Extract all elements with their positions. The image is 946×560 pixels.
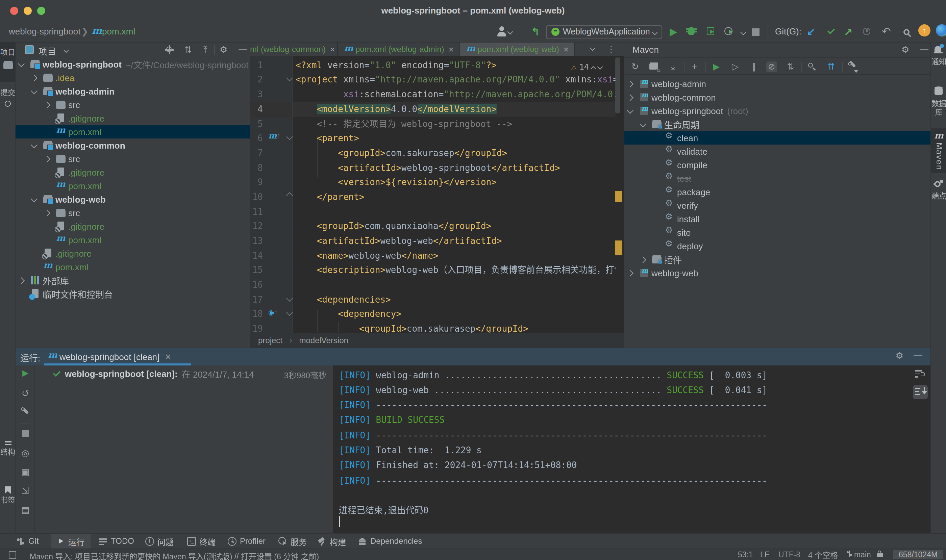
tool-tab-profiler[interactable]: Profiler bbox=[228, 534, 265, 549]
line-ending[interactable]: LF bbox=[760, 550, 769, 558]
project-tree-row[interactable]: .gitignore bbox=[15, 111, 250, 125]
project-tree-row[interactable]: src bbox=[15, 206, 250, 220]
project-tree-row[interactable]: 外部库 bbox=[15, 274, 250, 287]
stop-process-icon[interactable]: ↺ bbox=[20, 388, 31, 398]
camera-icon[interactable]: ▣ bbox=[20, 467, 31, 477]
maven-hide-panel-icon[interactable]: — bbox=[920, 44, 928, 54]
tree-chevron-icon[interactable] bbox=[15, 59, 26, 69]
tree-chevron-icon[interactable] bbox=[41, 180, 52, 191]
tab-pom-weblog-web[interactable]: pom.xml (weblog-web)✕ bbox=[460, 43, 575, 56]
tool-tab-services[interactable]: 服务 bbox=[278, 534, 307, 549]
editor-code[interactable]: 12345678910111213141516171819 m↑ ◉↑ <?xm… bbox=[250, 56, 624, 333]
locate-file-icon[interactable] bbox=[166, 46, 174, 54]
run-wrench-icon[interactable] bbox=[20, 406, 31, 416]
breadcrumb-project-tag[interactable]: project bbox=[258, 335, 282, 345]
caret-position[interactable]: 53:1 bbox=[738, 550, 753, 558]
inspection-widget[interactable]: ⚠14 bbox=[571, 62, 602, 73]
project-tree-row[interactable]: 临时文件和控制台 bbox=[15, 287, 250, 301]
maven-tree-row[interactable]: compile bbox=[624, 158, 931, 172]
tree-chevron-icon[interactable] bbox=[41, 113, 52, 124]
maven-tree-row[interactable]: 插件 bbox=[624, 253, 931, 266]
ide-sphere-icon[interactable] bbox=[936, 24, 946, 37]
tree-chevron-icon[interactable] bbox=[41, 234, 52, 245]
maven-tree-row[interactable]: package bbox=[624, 185, 931, 198]
tree-chevron-icon[interactable] bbox=[28, 262, 39, 272]
tool-tab-structure[interactable]: 结构 bbox=[0, 440, 15, 478]
scroll-to-end-icon[interactable] bbox=[913, 385, 928, 399]
prev-warning-icon[interactable] bbox=[590, 66, 596, 72]
run-settings-gear-icon[interactable]: ⚙ bbox=[896, 351, 903, 361]
project-tree-row[interactable]: src bbox=[15, 152, 250, 166]
run-hide-panel-icon[interactable]: — bbox=[914, 350, 922, 360]
tab-options-icon[interactable]: ⋮ bbox=[607, 44, 616, 54]
project-settings-gear-icon[interactable]: ⚙ bbox=[220, 45, 227, 55]
tool-tab-commit[interactable]: 提交 bbox=[0, 86, 15, 124]
run-configuration-select[interactable]: WeblogWebApplication bbox=[546, 25, 662, 39]
breadcrumb-modelversion-tag[interactable]: modelVersion bbox=[299, 335, 348, 345]
collapse-all-icon[interactable]: ⤒ bbox=[203, 45, 208, 55]
tree-chevron-icon[interactable] bbox=[637, 254, 648, 265]
tool-tab-run[interactable]: 运行 bbox=[51, 534, 91, 549]
tool-tab-problems[interactable]: !问题 bbox=[145, 534, 174, 549]
memory-indicator[interactable]: 658/1024M bbox=[893, 550, 943, 559]
tree-chevron-icon[interactable] bbox=[624, 92, 635, 103]
user-profile-icon[interactable] bbox=[496, 26, 513, 38]
soft-wrap-icon[interactable] bbox=[915, 369, 925, 379]
undo-icon[interactable]: ↶ bbox=[882, 26, 891, 38]
run-with-coverage-button[interactable] bbox=[707, 26, 722, 38]
project-tree-row[interactable]: weblog-admin bbox=[15, 85, 250, 98]
run-tree-row[interactable]: weblog-springboot [clean]: 在 2024/1/7, 1… bbox=[53, 367, 254, 380]
run-button[interactable] bbox=[670, 27, 677, 39]
scrollbar-warning-stripe[interactable] bbox=[615, 240, 622, 255]
maven-skip-tests-icon[interactable]: ∥ bbox=[749, 62, 760, 72]
tree-chevron-icon[interactable] bbox=[650, 240, 661, 251]
git-branch-status[interactable]: main bbox=[847, 550, 871, 558]
debug-button[interactable] bbox=[688, 26, 695, 38]
tool-tab-endpoints[interactable]: 端点 bbox=[931, 192, 946, 201]
file-encoding[interactable]: UTF-8 bbox=[778, 550, 800, 558]
maven-tree-row[interactable]: test bbox=[624, 172, 931, 185]
search-everywhere-icon[interactable] bbox=[903, 26, 911, 38]
tree-chevron-icon[interactable] bbox=[650, 227, 661, 238]
tab-pom-weblog-admin[interactable]: pom.xml (weblog-admin)✕ bbox=[338, 43, 460, 56]
tree-chevron-icon[interactable] bbox=[28, 72, 39, 83]
profiler-button[interactable] bbox=[724, 26, 745, 38]
maven-offline-mode-icon[interactable]: ⊘ bbox=[766, 62, 777, 72]
tool-tab-terminal[interactable]: ›_终端 bbox=[187, 534, 216, 549]
tree-chevron-icon[interactable] bbox=[41, 208, 52, 218]
tab-pom-weblog-common[interactable]: ml (weblog-common)✕ bbox=[250, 43, 338, 56]
git-push-icon[interactable]: ↗ bbox=[844, 26, 852, 38]
tree-chevron-icon[interactable] bbox=[650, 173, 661, 184]
expand-icon[interactable]: ⇅ bbox=[185, 45, 192, 55]
lock-icon[interactable] bbox=[877, 550, 883, 557]
project-tree-row[interactable]: weblog-common bbox=[15, 138, 250, 152]
close-tab-icon[interactable]: ✕ bbox=[330, 46, 336, 53]
tool-tab-dependencies[interactable]: Dependencies bbox=[358, 534, 422, 549]
tree-chevron-icon[interactable] bbox=[41, 153, 52, 164]
project-tree-row[interactable]: .idea bbox=[15, 71, 250, 85]
maven-tree-row[interactable]: clean bbox=[624, 131, 931, 145]
scrollbar-warning-stripe[interactable] bbox=[615, 191, 622, 202]
tree-chevron-icon[interactable] bbox=[650, 200, 661, 211]
close-tab-icon[interactable]: ✕ bbox=[448, 46, 454, 53]
tree-chevron-icon[interactable] bbox=[41, 99, 52, 110]
import-icon[interactable]: ⇲ bbox=[20, 486, 31, 496]
tree-chevron-icon[interactable] bbox=[28, 140, 39, 151]
maven-reload-all-icon[interactable]: ↻ bbox=[649, 62, 659, 72]
tree-chevron-icon[interactable] bbox=[15, 288, 26, 299]
tree-chevron-icon[interactable] bbox=[28, 86, 39, 97]
tool-tab-git[interactable]: Git bbox=[16, 534, 39, 549]
git-update-icon[interactable]: ↙ bbox=[807, 26, 815, 38]
tree-chevron-icon[interactable] bbox=[650, 132, 661, 143]
maven-tree-row[interactable]: 生命周期 bbox=[624, 117, 931, 131]
project-tree-row[interactable]: weblog-springboot ~/文件/Code/weblog-sprin… bbox=[15, 57, 250, 71]
maven-tree-row[interactable]: install bbox=[624, 212, 931, 226]
tab-list-dropdown-icon[interactable] bbox=[590, 45, 596, 51]
tree-chevron-icon[interactable] bbox=[15, 275, 26, 286]
close-tab-icon[interactable]: ✕ bbox=[563, 46, 569, 53]
git-commit-icon[interactable] bbox=[827, 26, 835, 38]
project-tree-row[interactable]: pom.xml bbox=[15, 125, 250, 138]
tool-tab-maven[interactable]: mMaven bbox=[931, 128, 946, 173]
project-tree-row[interactable]: pom.xml bbox=[15, 260, 250, 274]
pin-icon[interactable]: ◎ bbox=[20, 448, 31, 458]
